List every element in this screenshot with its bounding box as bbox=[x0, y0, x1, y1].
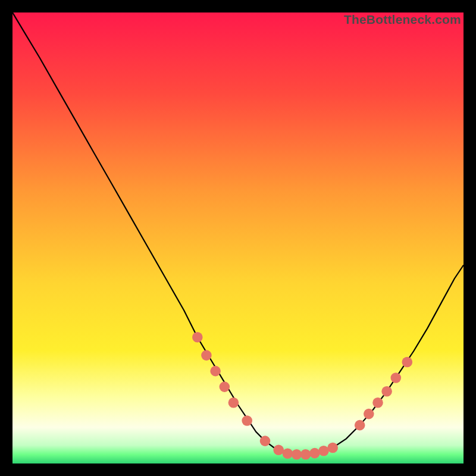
curve-dot bbox=[327, 443, 338, 453]
plot-area: TheBottleneck.com bbox=[12, 12, 464, 464]
curve-dot bbox=[210, 366, 221, 377]
watermark-text: TheBottleneck.com bbox=[344, 12, 461, 27]
curve-dot bbox=[242, 415, 252, 426]
curve-dot bbox=[300, 449, 311, 460]
chart-svg bbox=[12, 12, 464, 464]
curve-dot bbox=[273, 445, 284, 456]
curve-dot bbox=[391, 372, 402, 383]
curve-dot bbox=[355, 420, 365, 431]
curve-dot bbox=[260, 436, 271, 446]
curve-dot bbox=[201, 350, 212, 361]
curve-dot bbox=[292, 449, 302, 460]
curve-dot bbox=[309, 448, 320, 459]
curve-dot bbox=[220, 381, 230, 392]
curve-dot bbox=[192, 332, 203, 343]
gradient-background bbox=[12, 12, 464, 464]
curve-dot bbox=[318, 446, 329, 456]
curve-dot bbox=[381, 386, 392, 397]
curve-dot bbox=[364, 409, 374, 419]
curve-dot bbox=[228, 397, 239, 408]
curve-dot bbox=[402, 357, 413, 368]
chart-frame: TheBottleneck.com bbox=[0, 0, 476, 476]
curve-dot bbox=[283, 449, 293, 459]
curve-dot bbox=[372, 397, 383, 408]
